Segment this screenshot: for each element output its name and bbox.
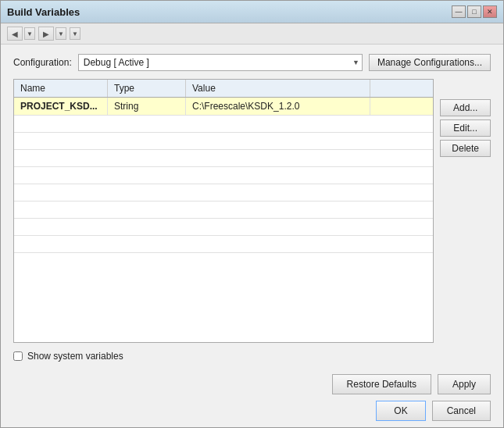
table-row-empty-4[interactable] <box>14 167 433 184</box>
footer-row1: Restore Defaults Apply <box>1 371 503 398</box>
col-value: Value <box>186 80 370 97</box>
window-controls: — □ ✕ <box>452 5 497 18</box>
dialog-title: Build Variables <box>7 6 80 18</box>
table-row[interactable]: PROJECT_KSD... String C:\Freescale\KSDK_… <box>14 98 433 116</box>
forward-dropdown-button[interactable]: ▼ <box>55 27 66 40</box>
col-name: Name <box>14 80 108 97</box>
show-system-row: Show system variables <box>13 351 491 362</box>
table-header: Name Type Value <box>14 80 433 98</box>
apply-button[interactable]: Apply <box>438 374 491 394</box>
col-type: Type <box>108 80 186 97</box>
table-row-empty-5[interactable] <box>14 184 433 202</box>
close-button[interactable]: ✕ <box>483 5 497 18</box>
configuration-row: Configuration: Debug [ Active ] ▼ Manage… <box>13 54 491 71</box>
show-system-label: Show system variables <box>27 351 123 362</box>
table-row-empty-2[interactable] <box>14 133 433 150</box>
table-row-empty-7[interactable] <box>14 219 433 236</box>
back-dropdown-button[interactable]: ▼ <box>24 27 35 40</box>
table-row-empty-8[interactable] <box>14 236 433 253</box>
cell-value: C:\Freescale\KSDK_1.2.0 <box>186 98 370 115</box>
extra-dropdown-button[interactable]: ▼ <box>70 27 80 40</box>
manage-configurations-button[interactable]: Manage Configurations... <box>369 54 491 71</box>
cell-name: PROJECT_KSD... <box>14 98 108 115</box>
maximize-button[interactable]: □ <box>467 5 481 18</box>
side-buttons: Add... Edit... Delete <box>440 99 491 343</box>
extra-nav: ▼ <box>70 27 80 40</box>
forward-nav: ▶ ▼ <box>38 27 66 41</box>
cell-extra <box>370 98 433 115</box>
footer-row2: OK Cancel <box>1 398 503 427</box>
cancel-button[interactable]: Cancel <box>432 401 491 421</box>
configuration-select-wrapper: Debug [ Active ] ▼ <box>78 54 363 71</box>
restore-defaults-button[interactable]: Restore Defaults <box>332 374 431 394</box>
toolbar: ◀ ▼ ▶ ▼ ▼ <box>1 23 503 45</box>
table-row-empty-6[interactable] <box>14 202 433 219</box>
show-system-checkbox[interactable] <box>13 351 23 361</box>
minimize-button[interactable]: — <box>452 5 466 18</box>
table-body[interactable]: PROJECT_KSD... String C:\Freescale\KSDK_… <box>14 98 433 342</box>
table-area: Name Type Value PROJECT_KSD... String C:… <box>13 79 491 343</box>
build-variables-dialog: Build Variables — □ ✕ ◀ ▼ ▶ ▼ ▼ Configur… <box>0 0 504 428</box>
ok-button[interactable]: OK <box>376 401 425 421</box>
forward-button[interactable]: ▶ <box>38 27 54 41</box>
cell-type: String <box>108 98 186 115</box>
title-bar: Build Variables — □ ✕ <box>1 1 503 23</box>
configuration-select[interactable]: Debug [ Active ] <box>78 54 363 71</box>
main-content: Configuration: Debug [ Active ] ▼ Manage… <box>1 45 503 371</box>
add-button[interactable]: Add... <box>440 99 491 116</box>
table-row-empty-3[interactable] <box>14 150 433 167</box>
back-button[interactable]: ◀ <box>7 27 23 41</box>
variables-table: Name Type Value PROJECT_KSD... String C:… <box>13 79 434 343</box>
delete-button[interactable]: Delete <box>440 140 491 157</box>
col-extra <box>370 80 433 97</box>
table-row-empty-1[interactable] <box>14 116 433 133</box>
back-nav: ◀ ▼ <box>7 27 35 41</box>
configuration-label: Configuration: <box>13 57 72 68</box>
edit-button[interactable]: Edit... <box>440 119 491 137</box>
